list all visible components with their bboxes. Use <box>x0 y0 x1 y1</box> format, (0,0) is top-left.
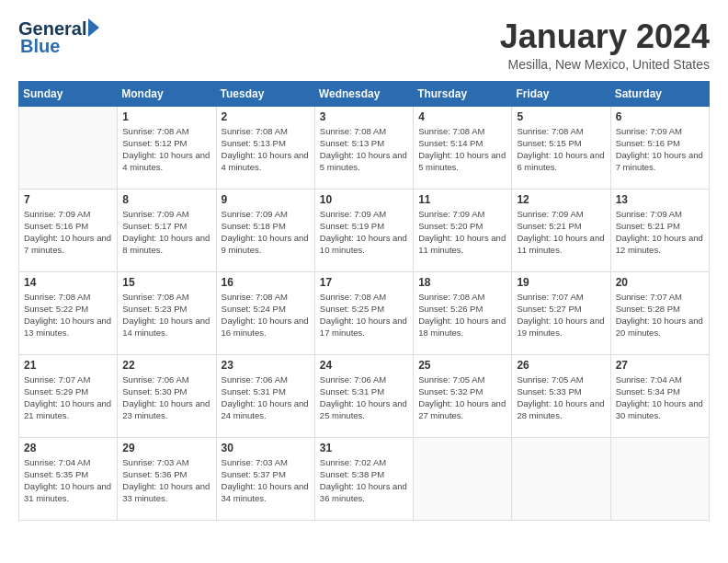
calendar-cell: 22Sunrise: 7:06 AMSunset: 5:30 PMDayligh… <box>118 354 216 437</box>
day-info: Sunrise: 7:07 AMSunset: 5:27 PMDaylight:… <box>517 291 605 339</box>
calendar-cell: 25Sunrise: 7:05 AMSunset: 5:32 PMDayligh… <box>414 354 512 437</box>
calendar-cell: 10Sunrise: 7:09 AMSunset: 5:19 PMDayligh… <box>314 189 413 271</box>
day-info: Sunrise: 7:04 AMSunset: 5:34 PMDaylight:… <box>616 373 704 422</box>
calendar-cell: 18Sunrise: 7:08 AMSunset: 5:26 PMDayligh… <box>414 271 512 354</box>
day-number: 8 <box>122 193 210 206</box>
calendar-cell: 5Sunrise: 7:08 AMSunset: 5:15 PMDaylight… <box>512 106 610 189</box>
day-info: Sunrise: 7:06 AMSunset: 5:31 PMDaylight:… <box>222 373 310 422</box>
day-number: 22 <box>122 359 210 372</box>
day-number: 25 <box>418 359 506 372</box>
calendar-cell: 31Sunrise: 7:02 AMSunset: 5:38 PMDayligh… <box>314 437 413 520</box>
day-number: 19 <box>517 276 605 289</box>
calendar-cell <box>512 437 610 520</box>
day-number: 6 <box>616 110 704 123</box>
calendar-week-row: 28Sunrise: 7:04 AMSunset: 5:35 PMDayligh… <box>19 437 710 520</box>
calendar-cell: 23Sunrise: 7:06 AMSunset: 5:31 PMDayligh… <box>216 354 314 437</box>
calendar-cell: 19Sunrise: 7:07 AMSunset: 5:27 PMDayligh… <box>512 271 610 354</box>
day-info: Sunrise: 7:03 AMSunset: 5:37 PMDaylight:… <box>222 456 310 505</box>
page-header: General Blue January 2024 Mesilla, New M… <box>18 18 710 72</box>
day-number: 15 <box>122 276 210 289</box>
calendar-cell: 11Sunrise: 7:09 AMSunset: 5:20 PMDayligh… <box>414 189 512 271</box>
calendar-cell: 26Sunrise: 7:05 AMSunset: 5:33 PMDayligh… <box>512 354 610 437</box>
day-info: Sunrise: 7:08 AMSunset: 5:24 PMDaylight:… <box>222 291 310 339</box>
day-number: 16 <box>222 276 310 289</box>
days-of-week-row: Sunday Monday Tuesday Wednesday Thursday… <box>19 81 710 106</box>
location-subtitle: Mesilla, New Mexico, United States <box>500 57 710 72</box>
calendar-table: Sunday Monday Tuesday Wednesday Thursday… <box>18 81 710 521</box>
title-area: January 2024 Mesilla, New Mexico, United… <box>500 18 710 72</box>
day-info: Sunrise: 7:08 AMSunset: 5:12 PMDaylight:… <box>122 125 210 174</box>
col-friday: Friday <box>512 81 610 106</box>
day-number: 13 <box>616 193 704 206</box>
day-number: 21 <box>24 359 112 372</box>
calendar-cell: 2Sunrise: 7:08 AMSunset: 5:13 PMDaylight… <box>216 106 314 189</box>
logo-arrow-icon <box>88 18 99 37</box>
calendar-week-row: 1Sunrise: 7:08 AMSunset: 5:12 PMDaylight… <box>19 106 710 189</box>
day-info: Sunrise: 7:07 AMSunset: 5:28 PMDaylight:… <box>616 291 704 339</box>
calendar-cell: 30Sunrise: 7:03 AMSunset: 5:37 PMDayligh… <box>216 437 314 520</box>
calendar-week-row: 7Sunrise: 7:09 AMSunset: 5:16 PMDaylight… <box>19 189 710 271</box>
day-number: 23 <box>222 359 310 372</box>
day-info: Sunrise: 7:08 AMSunset: 5:13 PMDaylight:… <box>222 125 310 174</box>
day-number: 10 <box>320 193 408 206</box>
day-info: Sunrise: 7:08 AMSunset: 5:14 PMDaylight:… <box>418 125 506 174</box>
calendar-cell: 16Sunrise: 7:08 AMSunset: 5:24 PMDayligh… <box>216 271 314 354</box>
calendar-cell: 7Sunrise: 7:09 AMSunset: 5:16 PMDaylight… <box>19 189 118 271</box>
col-wednesday: Wednesday <box>314 81 413 106</box>
day-info: Sunrise: 7:09 AMSunset: 5:20 PMDaylight:… <box>418 208 506 257</box>
calendar-cell: 13Sunrise: 7:09 AMSunset: 5:21 PMDayligh… <box>610 189 709 271</box>
calendar-cell <box>610 437 709 520</box>
day-number: 20 <box>616 276 704 289</box>
day-info: Sunrise: 7:04 AMSunset: 5:35 PMDaylight:… <box>24 456 112 505</box>
calendar-body: 1Sunrise: 7:08 AMSunset: 5:12 PMDaylight… <box>19 106 710 520</box>
day-info: Sunrise: 7:09 AMSunset: 5:21 PMDaylight:… <box>616 208 704 257</box>
col-saturday: Saturday <box>610 81 709 106</box>
day-info: Sunrise: 7:09 AMSunset: 5:19 PMDaylight:… <box>320 208 408 257</box>
day-number: 29 <box>122 442 210 454</box>
day-number: 4 <box>418 110 506 123</box>
calendar-cell: 29Sunrise: 7:03 AMSunset: 5:36 PMDayligh… <box>118 437 216 520</box>
calendar-week-row: 14Sunrise: 7:08 AMSunset: 5:22 PMDayligh… <box>19 271 710 354</box>
day-info: Sunrise: 7:08 AMSunset: 5:25 PMDaylight:… <box>320 291 408 339</box>
day-number: 3 <box>320 110 408 123</box>
day-number: 24 <box>320 359 408 372</box>
calendar-cell: 8Sunrise: 7:09 AMSunset: 5:17 PMDaylight… <box>118 189 216 271</box>
day-number: 31 <box>320 442 408 454</box>
logo: General Blue <box>18 18 99 57</box>
day-number: 1 <box>122 110 210 123</box>
calendar-cell: 1Sunrise: 7:08 AMSunset: 5:12 PMDaylight… <box>118 106 216 189</box>
day-number: 26 <box>517 359 605 372</box>
calendar-cell <box>414 437 512 520</box>
day-info: Sunrise: 7:09 AMSunset: 5:21 PMDaylight:… <box>517 208 605 257</box>
calendar-cell: 24Sunrise: 7:06 AMSunset: 5:31 PMDayligh… <box>314 354 413 437</box>
calendar-cell: 28Sunrise: 7:04 AMSunset: 5:35 PMDayligh… <box>19 437 118 520</box>
calendar-cell: 27Sunrise: 7:04 AMSunset: 5:34 PMDayligh… <box>610 354 709 437</box>
day-number: 17 <box>320 276 408 289</box>
calendar-week-row: 21Sunrise: 7:07 AMSunset: 5:29 PMDayligh… <box>19 354 710 437</box>
calendar-cell <box>19 106 118 189</box>
day-info: Sunrise: 7:08 AMSunset: 5:15 PMDaylight:… <box>517 125 605 174</box>
day-info: Sunrise: 7:02 AMSunset: 5:38 PMDaylight:… <box>320 456 408 505</box>
day-number: 5 <box>517 110 605 123</box>
calendar-cell: 3Sunrise: 7:08 AMSunset: 5:13 PMDaylight… <box>314 106 413 189</box>
day-number: 18 <box>418 276 506 289</box>
day-number: 12 <box>517 193 605 206</box>
calendar-cell: 9Sunrise: 7:09 AMSunset: 5:18 PMDaylight… <box>216 189 314 271</box>
day-info: Sunrise: 7:07 AMSunset: 5:29 PMDaylight:… <box>24 373 112 422</box>
day-info: Sunrise: 7:03 AMSunset: 5:36 PMDaylight:… <box>122 456 210 505</box>
day-info: Sunrise: 7:06 AMSunset: 5:30 PMDaylight:… <box>122 373 210 422</box>
day-number: 28 <box>24 442 112 454</box>
col-monday: Monday <box>118 81 216 106</box>
day-number: 14 <box>24 276 112 289</box>
logo-blue-text: Blue <box>20 36 99 57</box>
calendar-cell: 14Sunrise: 7:08 AMSunset: 5:22 PMDayligh… <box>19 271 118 354</box>
day-info: Sunrise: 7:05 AMSunset: 5:32 PMDaylight:… <box>418 373 506 422</box>
calendar-cell: 21Sunrise: 7:07 AMSunset: 5:29 PMDayligh… <box>19 354 118 437</box>
calendar-cell: 15Sunrise: 7:08 AMSunset: 5:23 PMDayligh… <box>118 271 216 354</box>
day-info: Sunrise: 7:08 AMSunset: 5:26 PMDaylight:… <box>418 291 506 339</box>
col-thursday: Thursday <box>414 81 512 106</box>
day-info: Sunrise: 7:09 AMSunset: 5:16 PMDaylight:… <box>24 208 112 257</box>
calendar-cell: 4Sunrise: 7:08 AMSunset: 5:14 PMDaylight… <box>414 106 512 189</box>
day-info: Sunrise: 7:08 AMSunset: 5:23 PMDaylight:… <box>122 291 210 339</box>
day-number: 9 <box>222 193 310 206</box>
